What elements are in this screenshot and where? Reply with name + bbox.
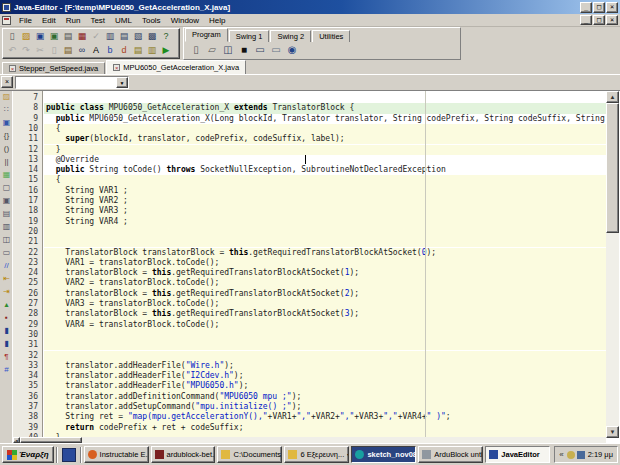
run-icon[interactable]: ▶ <box>159 44 173 57</box>
copy-icon[interactable]: ▯ <box>47 44 61 57</box>
title-bar[interactable]: Java-Editor - [F:\temp\MPU6050_GetAccele… <box>0 0 620 14</box>
file-tab[interactable]: ×MPU6050_GetAcceleration_X.java <box>106 60 246 74</box>
mindstorms-icon[interactable]: ▦ <box>75 30 89 43</box>
tab-program[interactable]: Program <box>185 28 228 42</box>
line-number: 18 <box>14 206 38 216</box>
menu-window[interactable]: Window <box>166 15 204 26</box>
file-tab[interactable]: ×Stepper_SetSpeed.java <box>2 62 105 74</box>
scroll-down-icon[interactable]: ▼ <box>606 426 619 438</box>
compile-icon[interactable]: ✓ <box>89 30 103 43</box>
paste-icon[interactable]: ▤ <box>61 44 75 57</box>
braces-icon[interactable]: {} <box>0 130 13 143</box>
console-window-icon[interactable]: ▥ <box>103 30 117 43</box>
cut-icon[interactable]: ✂ <box>33 44 47 57</box>
taskbar-button-label: 6 Εξερευνη... <box>300 450 344 459</box>
minimize-button[interactable]: _ <box>580 2 592 13</box>
new-dialog-icon[interactable]: ▭ <box>268 44 284 57</box>
code-line: VAR2 = translatorBlock.toCode(); <box>44 278 606 288</box>
taskbar-button[interactable]: Instructable E... <box>84 446 149 463</box>
close-button[interactable]: × <box>606 2 618 13</box>
search-icon[interactable]: ∞ <box>75 44 89 57</box>
indent-right-icon[interactable]: ⇥ <box>0 286 13 299</box>
structogram-icon[interactable]: ▤ <box>131 44 145 57</box>
new-console-program-icon[interactable]: ▯ <box>188 44 204 57</box>
menu-test[interactable]: Test <box>85 15 110 26</box>
redo-icon[interactable]: ↷ <box>19 44 33 57</box>
new-file-icon[interactable]: ▯ <box>5 30 19 43</box>
menu-uml[interactable]: UML <box>110 15 137 26</box>
menu-tools[interactable]: Tools <box>137 15 166 26</box>
tray-chevron-icon[interactable]: « <box>559 450 563 459</box>
color-grid-icon[interactable]: ▦ <box>0 169 13 182</box>
tab-swing-1[interactable]: Swing 1 <box>229 30 270 42</box>
member-combobox[interactable]: ▼ <box>15 76 129 89</box>
save-all-icon[interactable]: ▣ <box>47 30 61 43</box>
folder-icon[interactable]: ▨ <box>0 91 13 104</box>
new-program-icon[interactable]: ▱ <box>204 44 220 57</box>
taskbar-button[interactable]: JavaEditor <box>485 446 550 463</box>
save-icon[interactable]: ▣ <box>33 30 47 43</box>
debugger-icon[interactable]: ▧ <box>131 30 145 43</box>
volume-icon[interactable] <box>567 451 575 459</box>
paragraph-icon[interactable]: ¶ <box>0 351 13 364</box>
child-restore-button[interactable]: □ <box>593 15 605 25</box>
new-frame2-icon[interactable]: ▭ <box>252 44 268 57</box>
vertical-scroll-thumb[interactable] <box>606 103 619 233</box>
help-icon[interactable]: ? <box>159 30 173 43</box>
run-small-icon[interactable]: ▴ <box>0 299 13 312</box>
frame-icon[interactable]: ▢ <box>0 182 13 195</box>
new-applet-icon[interactable]: ◉ <box>284 44 300 57</box>
scroll-up-icon[interactable]: ▲ <box>606 91 619 103</box>
font-size-icon[interactable]: A <box>89 44 103 57</box>
print-icon[interactable]: ▤ <box>61 30 75 43</box>
code-editor[interactable]: ▨∷▣{}()||▦▢▣▤▥◫▭//⇤⇥▴▪▮▮¶# 7891011121314… <box>0 90 620 443</box>
format-icon[interactable]: ▥ <box>145 44 159 57</box>
panel-icon[interactable]: ▭ <box>0 247 13 260</box>
display-icon[interactable] <box>577 451 585 459</box>
toolbar-zone: ▯▨▣▣▤▦✓▥▤▧▩? ↶↷✂▯▤∞Abd▤▥▶ ProgramSwing 1… <box>0 27 620 60</box>
undo-icon[interactable]: ↶ <box>5 44 19 57</box>
menu-frame-icon[interactable]: ▤ <box>0 208 13 221</box>
code-line: VAR1 = translatorBlock.toCode(); <box>44 258 606 268</box>
new-frame-icon[interactable]: ◫ <box>220 44 236 57</box>
indent-icon[interactable]: d <box>117 44 131 57</box>
chevron-down-icon[interactable]: ▼ <box>116 77 128 88</box>
paren-icon[interactable]: () <box>0 143 13 156</box>
taskbar-button[interactable]: 6 Εξερευνη...▾ <box>284 446 349 463</box>
close-panel-button[interactable]: × <box>1 76 13 88</box>
child-close-button[interactable]: × <box>606 15 618 25</box>
menu-edit[interactable]: Edit <box>37 15 61 26</box>
grid-frame-icon[interactable]: ▥ <box>0 221 13 234</box>
split-frame-icon[interactable]: ◫ <box>0 234 13 247</box>
tab-utilities[interactable]: Utilities <box>312 30 350 42</box>
titled-frame-icon[interactable]: ▣ <box>0 195 13 208</box>
taskbar-button[interactable]: sketch_nov08... <box>351 446 416 463</box>
menu-help[interactable]: Help <box>204 15 230 26</box>
comment-slashes-icon[interactable]: // <box>0 260 13 273</box>
browser-window-icon[interactable]: ▤ <box>117 30 131 43</box>
menu-run[interactable]: Run <box>61 15 86 26</box>
taskbar-button[interactable]: ardublock-bet... <box>151 446 216 463</box>
explorer-icon[interactable]: ▩ <box>145 30 159 43</box>
book2-icon[interactable]: ▮ <box>0 338 13 351</box>
code-area[interactable]: public class MPU6050_GetAcceleration_X e… <box>44 91 606 444</box>
child-minimize-button[interactable]: _ <box>580 15 592 25</box>
bars-icon[interactable]: || <box>0 156 13 169</box>
structure-dots-icon[interactable]: ∷ <box>0 104 13 117</box>
indent-left-icon[interactable]: ⇤ <box>0 273 13 286</box>
stop-small-icon[interactable]: ▪ <box>0 312 13 325</box>
tab-swing-2[interactable]: Swing 2 <box>270 30 311 42</box>
hash-icon[interactable]: # <box>0 364 13 377</box>
start-button[interactable]: Έναρξη <box>2 446 54 463</box>
new-console-icon[interactable]: ■ <box>236 44 252 57</box>
quick-launch-icon[interactable] <box>62 448 76 462</box>
open-file-icon[interactable]: ▨ <box>19 30 33 43</box>
taskbar-button[interactable]: ArduBlock unti... <box>418 446 483 463</box>
book-icon[interactable]: ▮ <box>0 325 13 338</box>
vertical-scrollbar[interactable]: ▲ ▼ <box>606 91 619 438</box>
taskbar-button[interactable]: C:\Documents ... <box>217 446 282 463</box>
comment-icon[interactable]: b <box>103 44 117 57</box>
uml-window-icon[interactable]: ▣ <box>0 117 13 130</box>
restore-button[interactable]: □ <box>593 2 605 13</box>
menu-file[interactable]: File <box>14 15 37 26</box>
